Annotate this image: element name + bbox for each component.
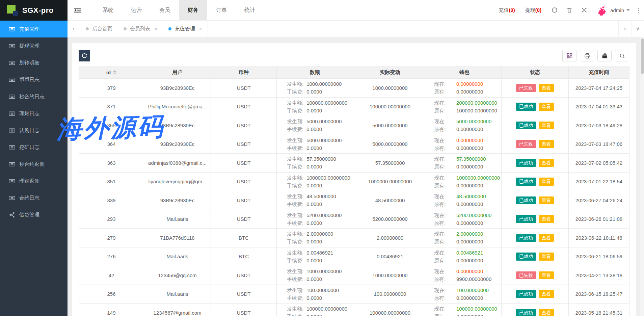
tabs-scroll-right-icon[interactable]: ›: [618, 21, 631, 37]
cell-wallet: 现在:200000.00000000 原有:100000.00000000: [427, 97, 502, 116]
withdraw-count-link[interactable]: 提现(0): [525, 7, 541, 14]
status-badge: 已成功: [516, 234, 536, 242]
trash-icon[interactable]: [566, 7, 572, 13]
view-button[interactable]: 查看: [539, 196, 554, 205]
sidebar-item[interactable]: 提现管理: [0, 37, 68, 54]
sidebar-item[interactable]: 币币日志: [0, 71, 68, 88]
search-button[interactable]: [615, 50, 629, 61]
cell-status: 已成功查看: [502, 229, 569, 247]
cell-amount: 发生额:48.50000000 手续费:0.0000: [277, 191, 353, 210]
app-root: SGX-pro 系统运营会员财务订单统计 充值(0) 提现(0): [0, 0, 644, 316]
cell-coin: USDT: [211, 79, 277, 98]
cell-coin: BTC: [211, 247, 277, 266]
tab-item[interactable]: 后台首页: [80, 21, 118, 37]
sidebar-item-label: 提现管理: [19, 43, 39, 49]
nav-item[interactable]: 统计: [236, 0, 264, 20]
view-button[interactable]: 查看: [539, 159, 554, 167]
toggle-columns-button[interactable]: [562, 50, 576, 61]
cell-coin: USDT: [211, 285, 277, 304]
nav-item[interactable]: 订单: [207, 0, 236, 20]
recharge-table-card: id 用户 币种 数额 实际变动 钱包 状态 充值时间 379 93: [72, 43, 636, 316]
tab-close-icon[interactable]: ×: [154, 26, 157, 31]
cell-user: 93B9c28930Ec: [144, 191, 211, 210]
sidebar-item[interactable]: 秒合约日志: [0, 88, 68, 105]
sidebar-item[interactable]: 理财返佣: [0, 173, 68, 189]
view-button[interactable]: 查看: [539, 215, 554, 223]
sidebar-collapse-icon[interactable]: [68, 0, 88, 20]
view-button[interactable]: 查看: [539, 103, 554, 111]
cell-amount: 发生额:2.00000000 手续费:0.0000: [277, 229, 353, 247]
cell-user: Mail.aaris: [144, 210, 211, 229]
cell-time: 2023-06-21 18:06:59: [569, 247, 629, 266]
view-button[interactable]: 查看: [539, 122, 554, 130]
user-menu[interactable]: admin: [610, 7, 630, 13]
view-button[interactable]: 查看: [539, 290, 554, 298]
tabs: 后台首页 会员列表 × 充值管理 ×: [80, 21, 208, 37]
recharge-count-link[interactable]: 充值(0): [499, 7, 515, 14]
cell-user: PhillipMcconnelfe@gma...: [144, 97, 211, 116]
tab-item[interactable]: 充值管理 ×: [163, 21, 208, 37]
table-row: 149 1234567@gmail.com USDT 发生额:100000.00…: [79, 304, 629, 316]
tab-close-icon[interactable]: ×: [199, 26, 202, 31]
header-main: 系统运营会员财务订单统计 充值(0) 提现(0) admin: [68, 0, 644, 20]
cell-time: 2023-05-18 21:45:31: [569, 304, 629, 316]
cell-change: 57.35000000: [353, 154, 427, 173]
sidebar-item[interactable]: 理财日志: [0, 105, 68, 122]
view-button[interactable]: 查看: [539, 253, 554, 261]
cell-status: 已成功查看: [502, 191, 569, 210]
cell-id: 279: [79, 229, 144, 247]
table-header-row: id 用户 币种 数额 实际变动 钱包 状态 充值时间: [79, 66, 629, 79]
tabs-scroll-left-icon[interactable]: ‹: [68, 21, 80, 37]
nav-item[interactable]: 系统: [94, 0, 122, 20]
tab-item[interactable]: 会员列表 ×: [118, 21, 163, 37]
view-button[interactable]: 查看: [539, 140, 554, 148]
print-button[interactable]: [580, 50, 594, 61]
view-button[interactable]: 查看: [539, 178, 554, 186]
refresh-icon[interactable]: [552, 7, 558, 13]
sidebar-item[interactable]: 充值管理: [0, 21, 68, 37]
col-header-change: 实际变动: [353, 66, 427, 79]
cell-wallet: 现在:5000.00000000 原有:0.00000000: [427, 116, 502, 135]
username: admin: [610, 7, 624, 13]
table-row: 379 93B9c28930Ec USDT 发生额:1000.00000000 …: [79, 79, 629, 98]
cell-amount: 发生额:100.00000000 手续费:0.0000: [277, 285, 353, 304]
table-refresh-button[interactable]: [79, 50, 90, 61]
export-button[interactable]: [597, 50, 612, 61]
sort-id[interactable]: id: [106, 70, 116, 75]
cell-wallet: 现在:100.00000000 原有:0.00000000: [427, 285, 502, 304]
banknote-icon: [9, 94, 15, 100]
cell-amount: 发生额:0.00486921 手续费:0.0000: [277, 247, 353, 266]
tab-bar: ‹ 后台首页 会员列表 × 充值管理 × › ∨: [68, 21, 644, 37]
sidebar-item[interactable]: 合约日志: [0, 189, 68, 206]
tabs-menu-icon[interactable]: ∨: [631, 21, 644, 37]
cell-user: 71BA776d9118: [144, 229, 211, 247]
cell-user: adminjasf0388@gmail.c...: [144, 154, 211, 173]
nav-item[interactable]: 运营: [122, 0, 151, 20]
fullscreen-icon[interactable]: [581, 7, 587, 13]
cell-status: 已成功查看: [502, 285, 569, 304]
sidebar-item[interactable]: 挖矿日志: [0, 139, 68, 156]
scrollbar-track[interactable]: [640, 37, 644, 316]
view-button[interactable]: 查看: [539, 309, 554, 316]
banknote-icon: [9, 43, 15, 49]
sidebar-item[interactable]: 划转明细: [0, 54, 68, 71]
more-options-icon[interactable]: [638, 8, 639, 13]
cell-wallet: 现在:1000000.00000000 原有:0.00000000: [427, 172, 502, 191]
table-row: 365 93B9c28930Ec USDT 发生额:5000.00000000 …: [79, 116, 629, 135]
view-button[interactable]: 查看: [539, 234, 554, 242]
sidebar-item[interactable]: 认购日志: [0, 122, 68, 139]
scrollbar-thumb[interactable]: [641, 38, 644, 74]
nav-item[interactable]: 会员: [151, 0, 179, 20]
view-button[interactable]: 查看: [539, 271, 554, 280]
user-avatar-unicorn-icon[interactable]: [596, 5, 607, 16]
cell-change: 5000.00000000: [353, 116, 427, 135]
sidebar-item[interactable]: 借贷管理: [0, 206, 68, 223]
cell-user: 93B9c28930Ec: [144, 79, 211, 98]
cell-wallet: 现在:2.00000000 原有:0.00000000: [427, 229, 502, 247]
cell-time: 2023-07-03 18:47:06: [569, 135, 629, 154]
view-button[interactable]: 查看: [539, 84, 554, 92]
nav-item[interactable]: 财务: [179, 0, 207, 20]
sidebar-item[interactable]: 秒合约返佣: [0, 156, 68, 173]
cell-status: 已成功查看: [502, 304, 569, 316]
banknote-icon: [9, 26, 15, 32]
